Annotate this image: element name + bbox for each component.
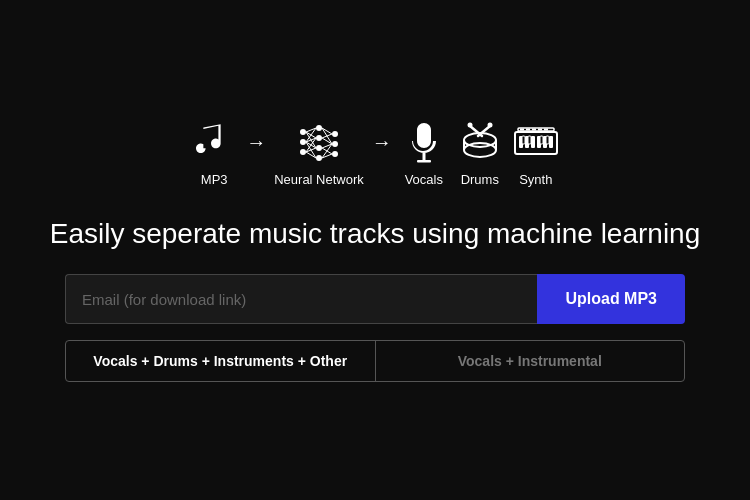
svg-rect-45 <box>522 136 525 144</box>
svg-point-37 <box>487 122 492 127</box>
svg-rect-48 <box>546 136 549 144</box>
svg-rect-53 <box>538 128 542 130</box>
svg-rect-52 <box>532 128 536 130</box>
neural-network-icon <box>295 118 343 166</box>
upload-mp3-button[interactable]: Upload MP3 <box>537 274 685 324</box>
diagram-drums: Drums <box>456 118 504 187</box>
option-vocal-instrumental[interactable]: Vocals + Instrumental <box>376 341 685 381</box>
svg-rect-50 <box>520 128 524 130</box>
svg-rect-44 <box>549 136 553 148</box>
option-full-separation[interactable]: Vocals + Drums + Instruments + Other <box>66 341 376 381</box>
drums-icon <box>456 118 504 166</box>
svg-line-22 <box>322 134 332 138</box>
diagram-synth: Synth <box>512 118 560 187</box>
svg-point-4 <box>316 135 322 141</box>
email-input[interactable] <box>65 274 537 324</box>
synth-icon <box>512 118 560 166</box>
diagram-row: MP3 → <box>190 118 560 187</box>
diagram-mp3: MP3 <box>190 118 238 187</box>
svg-rect-47 <box>540 136 543 144</box>
svg-point-0 <box>300 129 306 135</box>
svg-rect-51 <box>526 128 530 130</box>
svg-point-6 <box>316 155 322 161</box>
svg-point-5 <box>316 145 322 151</box>
options-row: Vocals + Drums + Instruments + Other Voc… <box>65 340 685 382</box>
synth-label: Synth <box>519 172 552 187</box>
arrow-2: → <box>372 131 392 154</box>
svg-rect-54 <box>544 128 548 130</box>
svg-rect-46 <box>528 136 531 144</box>
diagram-vocals: Vocals <box>400 118 448 187</box>
svg-rect-29 <box>417 160 431 163</box>
drums-label: Drums <box>461 172 499 187</box>
vocals-label: Vocals <box>405 172 443 187</box>
svg-point-9 <box>332 151 338 157</box>
svg-point-3 <box>316 125 322 131</box>
arrow-1: → <box>246 131 266 154</box>
svg-point-7 <box>332 131 338 137</box>
svg-point-36 <box>467 122 472 127</box>
mp3-label: MP3 <box>201 172 228 187</box>
svg-point-2 <box>300 149 306 155</box>
microphone-icon <box>400 118 448 166</box>
upload-row: Upload MP3 <box>65 274 685 324</box>
svg-rect-41 <box>531 136 535 148</box>
svg-point-1 <box>300 139 306 145</box>
svg-point-8 <box>332 141 338 147</box>
neural-network-label: Neural Network <box>274 172 364 187</box>
music-note-icon <box>190 118 238 166</box>
diagram-neural-network: Neural Network <box>274 118 364 187</box>
svg-rect-28 <box>422 153 425 160</box>
headline: Easily seperate music tracks using machi… <box>50 217 701 251</box>
